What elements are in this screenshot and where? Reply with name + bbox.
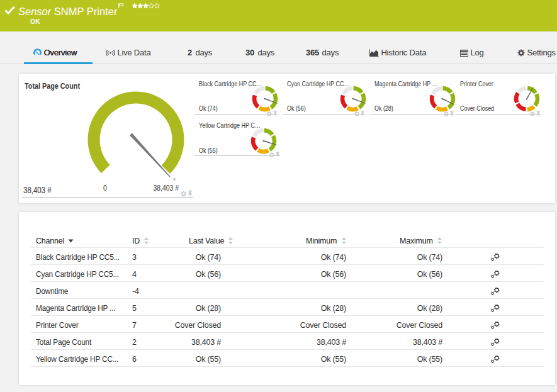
svg-text:x: x [173,176,176,182]
